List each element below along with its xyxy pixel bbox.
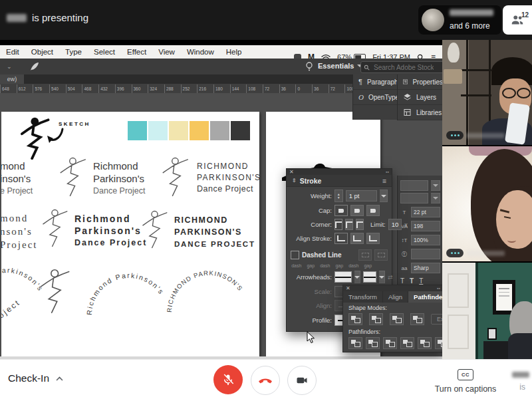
- unite-button[interactable]: [348, 313, 362, 325]
- outline-button[interactable]: [418, 337, 432, 349]
- tracking-field[interactable]: 198: [411, 221, 440, 231]
- color-swatch[interactable]: [148, 121, 168, 140]
- participants-chip[interactable]: and 6 more: [418, 5, 501, 35]
- leave-call-button[interactable]: [251, 366, 280, 395]
- cap-projecting-button[interactable]: [366, 205, 380, 216]
- arrowhead-end-caret[interactable]: [379, 271, 385, 283]
- tool-caret-icon[interactable]: ⌄: [7, 63, 12, 70]
- dash-gap-label: dash: [348, 263, 360, 268]
- menu-items: EditObjectTypeSelectEffectViewWindowHelp: [0, 48, 247, 56]
- menu-item[interactable]: Effect: [121, 48, 152, 56]
- panel-button-libraries[interactable]: Libraries: [398, 105, 442, 120]
- panel-menu-icon[interactable]: ≡: [382, 177, 386, 185]
- cap-round-button[interactable]: [350, 205, 364, 216]
- swap-arrowheads-icon[interactable]: ⇄: [388, 274, 393, 281]
- stroke-panel-tab[interactable]: ⇕ Stroke ≡: [287, 175, 392, 187]
- ruler-tick: 0: [295, 84, 312, 93]
- video-tile-2[interactable]: [442, 146, 532, 261]
- corner-round-button[interactable]: [345, 219, 353, 230]
- close-icon[interactable]: ✕: [346, 285, 350, 291]
- arrowhead-end-dropdown[interactable]: [363, 271, 376, 283]
- ruler-tick: 216: [197, 84, 213, 93]
- lightbulb-icon[interactable]: [305, 61, 314, 72]
- font-style-field[interactable]: [400, 193, 428, 203]
- panel-button-paragraph[interactable]: ¶ Paragraph: [353, 74, 397, 90]
- color-swatch[interactable]: [210, 121, 229, 140]
- tab-align[interactable]: Align: [383, 291, 408, 303]
- intersect-button[interactable]: [390, 313, 404, 325]
- arrowhead-start-caret[interactable]: [354, 271, 360, 283]
- character-panel-strip: T22 pt VA198 ↕T100% Ⓣ aaSharp T T T: [397, 176, 442, 298]
- cap-butt-button[interactable]: [334, 205, 348, 216]
- align-outside-button[interactable]: [366, 233, 380, 244]
- menu-item[interactable]: Edit: [0, 48, 25, 56]
- workspace-switcher[interactable]: Essentials: [318, 62, 362, 70]
- menu-item[interactable]: Type: [59, 48, 88, 56]
- ruler-tick: 576: [33, 84, 49, 93]
- merge-button[interactable]: [383, 337, 397, 349]
- captions-toggle[interactable]: CC Turn on captions: [434, 369, 497, 394]
- dashed-line-checkbox[interactable]: [291, 251, 299, 259]
- align-inside-button[interactable]: [350, 233, 364, 244]
- camera-button[interactable]: [287, 366, 317, 395]
- minus-front-button[interactable]: [369, 313, 383, 325]
- antialias-field[interactable]: Sharp: [411, 263, 440, 273]
- menu-item[interactable]: Select: [88, 48, 121, 56]
- meeting-details[interactable]: Check-In: [8, 372, 63, 384]
- menu-item[interactable]: Help: [220, 48, 248, 56]
- tab-transform[interactable]: Transform: [343, 291, 383, 303]
- weight-stepper[interactable]: ▲▼: [334, 190, 343, 202]
- document-tab[interactable]: ew): [0, 74, 24, 84]
- menu-item[interactable]: View: [152, 48, 181, 56]
- color-swatch[interactable]: [231, 121, 250, 140]
- panel-button-layers[interactable]: Layers: [398, 90, 442, 105]
- color-swatch[interactable]: [169, 121, 188, 140]
- scale-label: Scale:: [291, 288, 332, 295]
- presenting-text: is presenting: [32, 12, 88, 23]
- logo-row1-caps: RICHMONDPARKINSON'SDance Project: [197, 161, 259, 195]
- close-icon[interactable]: ✕: [289, 169, 294, 175]
- mute-microphone-button[interactable]: [213, 365, 243, 394]
- limit-field[interactable]: 10: [388, 219, 402, 230]
- tab-pathfinder[interactable]: Pathfinder: [408, 291, 442, 303]
- menu-item[interactable]: Object: [25, 48, 59, 56]
- font-family-field[interactable]: [400, 180, 428, 191]
- menu-item[interactable]: Window: [181, 48, 220, 56]
- search-input[interactable]: [372, 63, 435, 72]
- corner-bevel-button[interactable]: [356, 219, 364, 230]
- crop-button[interactable]: [400, 337, 414, 349]
- video-tile-3[interactable]: [442, 263, 532, 359]
- panel-button-properties[interactable]: Properties: [398, 74, 442, 90]
- video-tile-1[interactable]: [442, 40, 532, 145]
- corner-miter-button[interactable]: [334, 219, 342, 230]
- participant-count-chip[interactable]: 12: [503, 5, 532, 35]
- panel-button-opentype[interactable]: O OpenType: [353, 90, 397, 105]
- minus-back-button[interactable]: [435, 337, 442, 349]
- weight-dropdown[interactable]: [380, 190, 388, 202]
- color-swatch[interactable]: [190, 121, 209, 140]
- macos-menu-bar: EditObjectTypeSelectEffectViewWindowHelp…: [0, 45, 442, 59]
- feather-tool-icon[interactable]: [29, 61, 40, 72]
- expand-button[interactable]: Expand: [431, 314, 442, 325]
- dash-align-button[interactable]: [374, 249, 388, 261]
- font-size-field[interactable]: 22 pt: [411, 207, 440, 217]
- rotation-field[interactable]: [411, 249, 440, 259]
- type-format-icon[interactable]: T: [419, 277, 423, 285]
- cap-label: Cap:: [291, 207, 332, 214]
- weight-value[interactable]: 1 pt: [346, 190, 378, 201]
- divide-button[interactable]: [348, 337, 362, 349]
- exclude-button[interactable]: [410, 313, 424, 325]
- antialias-icon: aa: [400, 265, 408, 271]
- type-format-icon[interactable]: T: [410, 277, 414, 285]
- color-swatch[interactable]: [128, 121, 147, 140]
- trim-button[interactable]: [366, 337, 380, 349]
- arrowhead-start-dropdown[interactable]: [334, 271, 352, 283]
- vertical-scale-field[interactable]: 100%: [411, 235, 440, 245]
- align-center-button[interactable]: [334, 233, 348, 244]
- collapse-icon[interactable]: ▪▪: [386, 169, 389, 175]
- dash-preserve-button[interactable]: [358, 249, 372, 261]
- ruler-tick: 360: [132, 84, 148, 93]
- collapse-icon[interactable]: ▪▪: [437, 285, 440, 291]
- ruler-tick: 540: [49, 84, 66, 93]
- type-format-icon[interactable]: T: [400, 277, 404, 285]
